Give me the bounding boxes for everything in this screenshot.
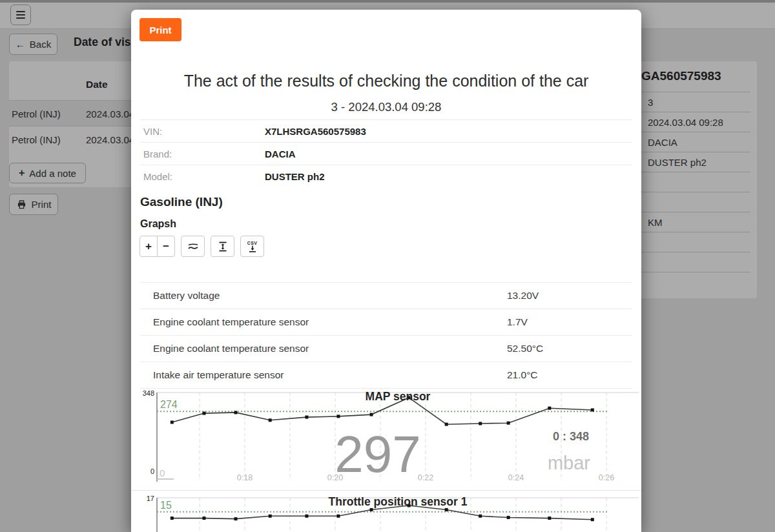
map-sensor-line-chart: 274348002970 : 348mbar0:180:200:220:240:…	[131, 386, 641, 491]
vehicle-info-table: VIN: X7LHSRGA560575983 Brand: DACIA Mode…	[140, 119, 632, 187]
sensor-value: 52.50°C	[507, 343, 632, 354]
svg-text:0:20: 0:20	[327, 473, 343, 482]
chart-throttle-position-sensor[interactable]: 15170:180:200:220:240:26Throttle positio…	[131, 491, 641, 532]
sensor-row: Engine coolant temperature sensor 1.7V	[140, 309, 632, 335]
svg-text:0: 0	[160, 467, 165, 478]
wave-icon	[187, 240, 200, 253]
zoom-out-button[interactable]: −	[157, 236, 175, 257]
zoom-button-group: + −	[140, 236, 175, 257]
svg-text:mbar: mbar	[548, 453, 590, 473]
svg-text:0:24: 0:24	[508, 473, 524, 482]
app-root: ← Back Date of visit f Date Petrol (INJ)…	[0, 0, 775, 532]
sensor-name: Battery voltage	[140, 290, 507, 302]
chart-map-sensor[interactable]: 274348002970 : 348mbar0:180:200:220:240:…	[131, 386, 641, 491]
svg-text:0:22: 0:22	[418, 473, 433, 482]
chart-toolbar: + − CSV	[140, 236, 264, 257]
fit-height-icon	[216, 240, 229, 253]
svg-text:348: 348	[143, 389, 154, 397]
sensor-name: Intake air temperature sensor	[140, 369, 507, 381]
svg-text:297: 297	[335, 425, 420, 483]
svg-text:0:18: 0:18	[237, 473, 253, 482]
info-label: VIN:	[140, 126, 265, 137]
info-label: Model:	[140, 171, 265, 182]
report-modal: Print The act of the results of checking…	[131, 10, 641, 532]
sensor-value: 21.0°C	[507, 369, 632, 381]
minus-icon: −	[163, 240, 169, 252]
sensor-value: 1.7V	[507, 316, 632, 328]
info-value: X7LHSRGA560575983	[265, 126, 366, 137]
sensor-row: Engine coolant temperature sensor 52.50°…	[140, 335, 632, 362]
sensor-readings-table: Battery voltage 13.20V Engine coolant te…	[140, 282, 632, 389]
graph-heading: Grapsh	[140, 218, 176, 230]
sensor-row: Battery voltage 13.20V	[140, 282, 632, 309]
info-value: DUSTER ph2	[265, 171, 325, 182]
sensor-name: Engine coolant temperature sensor	[140, 343, 507, 354]
report-subtitle: 3 - 2024.03.04 09:28	[131, 100, 641, 114]
svg-text:0:26: 0:26	[599, 473, 614, 482]
svg-text:Throttle position sensor 1: Throttle position sensor 1	[329, 495, 468, 508]
svg-text:MAP sensor: MAP sensor	[366, 390, 431, 403]
svg-text:274: 274	[160, 399, 178, 410]
fit-vertical-button[interactable]	[211, 236, 234, 257]
download-icon	[247, 245, 258, 252]
info-label: Brand:	[140, 148, 265, 159]
report-title: The act of the results of checking the c…	[131, 72, 641, 90]
section-heading-gasoline: Gasoline (INJ)	[140, 195, 223, 209]
plus-icon: +	[145, 240, 152, 252]
export-csv-button[interactable]: CSV	[240, 236, 264, 257]
svg-text:15: 15	[160, 500, 172, 511]
sensor-value: 13.20V	[507, 290, 632, 302]
sensor-row: Intake air temperature sensor 21.0°C	[140, 362, 632, 388]
info-row-model: Model: DUSTER ph2	[140, 165, 632, 187]
svg-text:0 : 348: 0 : 348	[553, 430, 589, 443]
info-value: DACIA	[265, 148, 296, 159]
smooth-curve-button[interactable]	[181, 236, 205, 257]
zoom-in-button[interactable]: +	[140, 236, 158, 257]
modal-print-button[interactable]: Print	[140, 18, 181, 41]
svg-text:17: 17	[147, 495, 154, 502]
sensor-name: Engine coolant temperature sensor	[140, 316, 507, 328]
info-row-vin: VIN: X7LHSRGA560575983	[140, 119, 632, 142]
svg-text:0: 0	[150, 467, 154, 475]
csv-label: CSV	[247, 241, 258, 245]
throttle-sensor-line-chart: 15170:180:200:220:240:26Throttle positio…	[131, 491, 641, 532]
info-row-brand: Brand: DACIA	[140, 142, 632, 165]
